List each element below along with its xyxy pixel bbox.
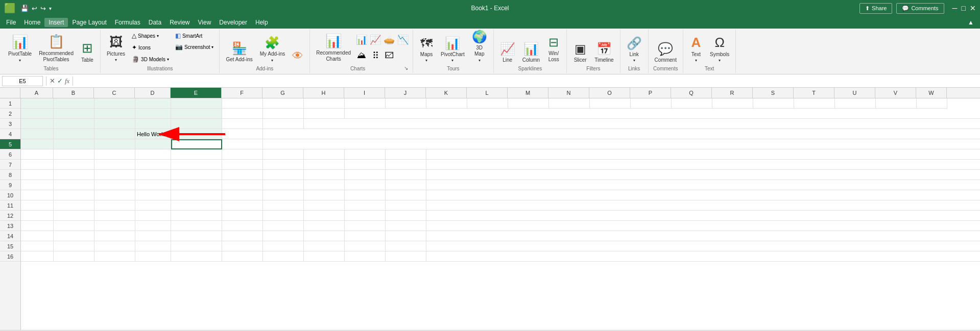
insert-function-icon[interactable]: fx [65, 77, 69, 85]
cell-d15[interactable] [135, 241, 171, 251]
symbols-button[interactable]: Ω Symbols ▾ [707, 31, 732, 65]
pivot-chart-button[interactable]: 📊 PivotChart ▾ [438, 31, 468, 65]
link-button[interactable]: 🔗 Link ▾ [624, 31, 645, 65]
cell-g13[interactable] [263, 221, 304, 231]
cell-b7[interactable] [54, 160, 94, 170]
cell-h8[interactable] [304, 170, 345, 180]
menu-insert[interactable]: Insert [44, 18, 68, 27]
cell-h12[interactable] [304, 211, 345, 221]
menu-help[interactable]: Help [251, 18, 272, 27]
cell-a14[interactable] [21, 231, 54, 241]
cell-b9[interactable] [54, 180, 94, 190]
cell-f7[interactable] [222, 160, 263, 170]
cell-c10[interactable] [94, 190, 135, 200]
icons-button[interactable]: ✦ Icons [129, 42, 172, 53]
col-header-i[interactable]: I [344, 88, 385, 98]
cell-e6[interactable] [171, 149, 222, 160]
cancel-formula-icon[interactable]: ✕ [50, 77, 55, 85]
cell-h13[interactable] [304, 221, 345, 231]
menu-home[interactable]: Home [20, 18, 44, 27]
col-header-d[interactable]: D [135, 88, 171, 98]
cell-g12[interactable] [263, 211, 304, 221]
cell-h1[interactable] [304, 98, 345, 109]
cell-d6[interactable] [135, 149, 171, 160]
cell-j14[interactable] [386, 231, 426, 241]
cell-h6[interactable] [304, 149, 345, 160]
cell-m1[interactable] [508, 98, 549, 109]
row-num-16[interactable]: 16 [0, 251, 20, 262]
cell-b4[interactable] [54, 129, 94, 139]
cell-g7[interactable] [263, 160, 304, 170]
cell-j16[interactable] [386, 251, 426, 262]
cell-i10[interactable] [345, 190, 386, 200]
cell-f2[interactable] [222, 109, 263, 119]
cell-g14[interactable] [263, 231, 304, 241]
cell-c15[interactable] [94, 241, 135, 251]
cell-e3[interactable] [171, 119, 222, 129]
cell-d13[interactable] [135, 221, 171, 231]
cell-j8[interactable] [386, 170, 426, 180]
cell-b15[interactable] [54, 241, 94, 251]
row-num-11[interactable]: 11 [0, 200, 20, 211]
row-num-13[interactable]: 13 [0, 221, 20, 231]
cell-o1[interactable] [590, 98, 631, 109]
row-num-4[interactable]: 4 [0, 129, 20, 139]
row-num-7[interactable]: 7 [0, 160, 20, 170]
cell-i8[interactable] [345, 170, 386, 180]
my-add-ins-button[interactable]: 🧩 My Add-ins ▾ [257, 31, 288, 65]
get-add-ins-button[interactable]: 🏪 Get Add-ins [223, 31, 255, 65]
col-header-u[interactable]: U [834, 88, 875, 98]
row-num-1[interactable]: 1 [0, 98, 20, 109]
cell-k1[interactable] [426, 98, 467, 109]
quick-access-save[interactable]: 💾 [20, 5, 29, 12]
insert-line-chart-button[interactable]: 📈 [369, 32, 382, 47]
cell-g2[interactable] [263, 109, 304, 119]
menu-review[interactable]: Review [165, 18, 194, 27]
row-num-5[interactable]: 5 [0, 139, 20, 149]
screenshot-button[interactable]: 📷 Screenshot ▾ [173, 42, 217, 52]
cell-e13[interactable] [171, 221, 222, 231]
cell-g1[interactable] [263, 98, 304, 109]
cell-h9[interactable] [304, 180, 345, 190]
col-header-w[interactable]: W [916, 88, 947, 98]
cell-b3[interactable] [54, 119, 94, 129]
row-num-12[interactable]: 12 [0, 211, 20, 221]
cell-i12[interactable] [345, 211, 386, 221]
col-header-q[interactable]: Q [671, 88, 712, 98]
pivot-table-button[interactable]: 📊 PivotTable ▾ [5, 31, 35, 65]
maps-button[interactable]: 🗺 Maps ▾ [416, 31, 437, 65]
cell-i7[interactable] [345, 160, 386, 170]
col-header-m[interactable]: M [508, 88, 548, 98]
cell-e15[interactable] [171, 241, 222, 251]
col-header-j[interactable]: J [385, 88, 426, 98]
cell-c14[interactable] [94, 231, 135, 241]
recommended-charts-button[interactable]: 📊 RecommendedCharts [313, 31, 354, 64]
win-loss-button[interactable]: ⊟ Win/Loss [544, 31, 563, 65]
cell-f10[interactable] [222, 190, 263, 200]
cell-d4[interactable]: Hello World [135, 129, 171, 139]
cell-e2[interactable] [171, 109, 222, 119]
formula-input[interactable] [76, 78, 978, 84]
cell-f1[interactable] [222, 98, 263, 109]
cell-n1[interactable] [549, 98, 590, 109]
cell-j12[interactable] [386, 211, 426, 221]
smartart-button[interactable]: ◧ SmartArt [173, 31, 217, 41]
cell-a10[interactable] [21, 190, 54, 200]
col-header-h[interactable]: H [303, 88, 344, 98]
cell-c16[interactable] [94, 251, 135, 262]
column-sparkline-button[interactable]: 📊 Column [519, 31, 543, 65]
cell-b13[interactable] [54, 221, 94, 231]
cell-f3[interactable] [222, 119, 263, 129]
cell-d5[interactable] [135, 139, 171, 149]
cell-j1[interactable] [386, 98, 426, 109]
cell-l1[interactable] [467, 98, 508, 109]
cell-h7[interactable] [304, 160, 345, 170]
cell-e7[interactable] [171, 160, 222, 170]
menu-data[interactable]: Data [145, 18, 165, 27]
row-num-6[interactable]: 6 [0, 149, 20, 160]
cell-c4[interactable] [94, 129, 135, 139]
col-header-n[interactable]: N [548, 88, 589, 98]
cell-e12[interactable] [171, 211, 222, 221]
cell-a11[interactable] [21, 200, 54, 211]
3d-map-button[interactable]: 🌍 3DMap ▾ [469, 31, 490, 65]
